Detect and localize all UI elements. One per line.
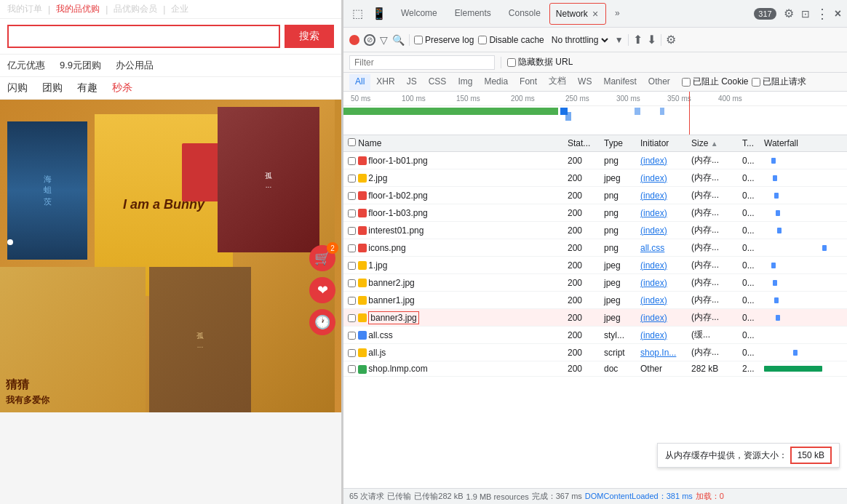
tab-group-buy[interactable]: 团购: [42, 81, 63, 95]
table-row[interactable]: floor-1-b03.png200png(index)(内存...0...: [343, 204, 847, 222]
table-row[interactable]: interest01.png200png(index)(内存...0...: [343, 222, 847, 239]
col-waterfall[interactable]: Waterfall: [760, 135, 847, 152]
mobile-tool-icon[interactable]: 📱: [369, 4, 389, 23]
nav-item-orders[interactable]: 我的订单: [7, 3, 42, 15]
disable-cache-label[interactable]: Disable cache: [478, 35, 544, 45]
network-tab-close[interactable]: ×: [591, 8, 600, 20]
floating-history[interactable]: 🕐: [309, 309, 335, 335]
row-checkbox[interactable]: [348, 157, 356, 165]
type-tab-font[interactable]: Font: [514, 74, 543, 90]
col-name[interactable]: Name: [343, 135, 563, 152]
throttle-select[interactable]: No throttling: [549, 34, 611, 46]
initiator-link[interactable]: (index): [640, 295, 667, 305]
nav-item-member[interactable]: 品优购会员: [114, 3, 157, 15]
type-tab-doc[interactable]: 文档: [543, 73, 572, 91]
floating-heart[interactable]: ❤: [309, 277, 335, 303]
row-checkbox[interactable]: [348, 227, 356, 235]
initiator-link[interactable]: (index): [640, 278, 667, 288]
blocked-requests-checkbox[interactable]: [752, 78, 760, 87]
devtools-more-icon[interactable]: ⋮: [813, 4, 832, 23]
blocked-requests-label[interactable]: 已阻止请求: [752, 76, 806, 88]
type-tab-xhr[interactable]: XHR: [370, 74, 400, 90]
type-tab-manifest[interactable]: Manifest: [597, 74, 642, 90]
network-settings-icon[interactable]: ⚙: [666, 33, 676, 47]
initiator-link[interactable]: all.css: [640, 243, 664, 253]
type-tab-img[interactable]: Img: [452, 74, 478, 90]
row-checkbox[interactable]: [348, 175, 356, 183]
disable-cache-checkbox[interactable]: [478, 36, 487, 44]
search-button[interactable]: 搜索: [285, 25, 334, 48]
preserve-log-checkbox[interactable]: [414, 36, 423, 44]
record-button[interactable]: [349, 35, 359, 45]
table-row[interactable]: banner2.jpg200jpeg(index)(内存...0...: [343, 274, 847, 292]
category-item-2[interactable]: 9.9元团购: [60, 59, 101, 72]
row-checkbox[interactable]: [348, 209, 356, 217]
type-tab-css[interactable]: CSS: [423, 74, 453, 90]
col-time[interactable]: T...: [738, 135, 760, 152]
row-checkbox[interactable]: [348, 314, 356, 322]
type-tab-other[interactable]: Other: [643, 74, 676, 90]
devtools-settings-icon[interactable]: ⚙: [779, 4, 798, 23]
search-input[interactable]: [7, 25, 280, 48]
table-row[interactable]: banner3.jpg200jpeg(index)(内存...0...: [343, 309, 847, 327]
tab-seckill[interactable]: 秒杀: [112, 81, 132, 95]
filter-input[interactable]: [349, 55, 495, 70]
blocked-cookie-checkbox[interactable]: [682, 78, 691, 87]
download-icon[interactable]: ⬇: [647, 33, 656, 47]
hide-data-url-label[interactable]: 隐藏数据 URL: [507, 56, 573, 68]
table-row[interactable]: all.js200scriptshop.In...(内存...0...: [343, 344, 847, 361]
initiator-link[interactable]: (index): [640, 225, 667, 236]
type-tab-all[interactable]: All: [349, 74, 370, 90]
throttle-dropdown-icon[interactable]: ▼: [615, 35, 624, 45]
col-size[interactable]: Size ▲: [687, 135, 738, 152]
initiator-link[interactable]: shop.In...: [640, 348, 676, 358]
devtools-dock-icon[interactable]: ⊡: [801, 8, 810, 20]
row-checkbox[interactable]: [348, 297, 356, 305]
select-all-checkbox[interactable]: [348, 138, 356, 146]
cursor-tool-icon[interactable]: ⬚: [349, 4, 366, 23]
tab-interesting[interactable]: 有趣: [77, 81, 98, 95]
initiator-link[interactable]: (index): [640, 330, 667, 340]
floating-cart[interactable]: 🛒 2: [309, 245, 335, 271]
table-row[interactable]: floor-1-b01.png200png(index)(内存...0...: [343, 152, 847, 169]
nav-item-pinyougou[interactable]: 我的品优购: [56, 3, 100, 15]
tab-flash-sale[interactable]: 闪购: [7, 81, 28, 95]
blocked-cookie-label[interactable]: 已阻止 Cookie: [682, 76, 749, 88]
category-item-3[interactable]: 办公用品: [116, 59, 154, 72]
category-item-1[interactable]: 亿元优惠: [7, 59, 45, 72]
initiator-link[interactable]: (index): [640, 173, 667, 183]
col-type[interactable]: Type: [600, 135, 636, 152]
table-row[interactable]: all.css200styl...(index)(缓...0...: [343, 327, 847, 344]
initiator-link[interactable]: (index): [640, 156, 667, 166]
hide-data-url-checkbox[interactable]: [507, 58, 516, 67]
search-icon[interactable]: 🔍: [392, 34, 405, 46]
devtools-close-icon[interactable]: ×: [835, 7, 841, 20]
col-initiator[interactable]: Initiator: [636, 135, 687, 152]
tab-more[interactable]: »: [606, 4, 629, 24]
type-tab-media[interactable]: Media: [478, 74, 514, 90]
filter-icon[interactable]: ▽: [380, 34, 388, 46]
initiator-link[interactable]: (index): [640, 208, 667, 218]
initiator-link[interactable]: (index): [640, 313, 667, 323]
initiator-link[interactable]: (index): [640, 191, 667, 201]
table-row[interactable]: shop.lnmp.com200docOther282 kB2...: [343, 361, 847, 377]
network-table-container[interactable]: Name Stat... Type Initiator Size ▲ T... …: [343, 135, 847, 488]
row-checkbox[interactable]: [348, 244, 356, 252]
table-row[interactable]: banner1.jpg200jpeg(index)(内存...0...: [343, 292, 847, 309]
tab-elements[interactable]: Elements: [446, 4, 500, 24]
table-row[interactable]: 1.jpg200jpeg(index)(内存...0...: [343, 257, 847, 274]
row-checkbox[interactable]: [348, 332, 356, 340]
row-checkbox[interactable]: [348, 349, 356, 357]
type-tab-ws[interactable]: WS: [572, 74, 597, 90]
table-row[interactable]: 2.jpg200jpeg(index)(内存...0...: [343, 169, 847, 187]
table-row[interactable]: floor-1-b02.png200png(index)(内存...0...: [343, 187, 847, 204]
preserve-log-label[interactable]: Preserve log: [414, 35, 474, 45]
tab-console[interactable]: Console: [500, 4, 549, 24]
type-tab-js[interactable]: JS: [401, 74, 423, 90]
col-status[interactable]: Stat...: [563, 135, 600, 152]
tab-network[interactable]: Network ×: [549, 3, 606, 25]
stop-button[interactable]: ⊘: [364, 34, 375, 46]
row-checkbox[interactable]: [348, 279, 356, 287]
nav-item-enterprise[interactable]: 企业: [171, 3, 188, 15]
upload-icon[interactable]: ⬆: [633, 33, 643, 47]
